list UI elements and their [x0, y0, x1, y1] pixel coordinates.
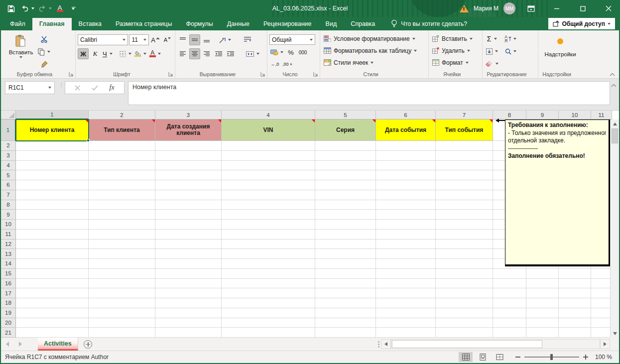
- paste-button[interactable]: Вставить: [8, 32, 34, 59]
- comma-style-button[interactable]: 000: [297, 47, 308, 58]
- cell-r9c5[interactable]: [315, 210, 376, 220]
- cell-r2c3[interactable]: [155, 141, 222, 151]
- cell-r7c2[interactable]: [89, 190, 155, 200]
- cell-r2c6[interactable]: [376, 141, 436, 151]
- number-format-combo[interactable]: Общий: [269, 34, 315, 45]
- cell-r6c4[interactable]: [222, 180, 315, 190]
- cell-r19c7[interactable]: [436, 308, 493, 318]
- cell-r4c4[interactable]: [222, 161, 315, 171]
- cell-r20c6[interactable]: [376, 318, 436, 328]
- tab-7[interactable]: Вид: [319, 18, 344, 30]
- cell-r19c11[interactable]: [591, 308, 612, 318]
- cell-r19c10[interactable]: [559, 308, 591, 318]
- avatar[interactable]: ММ: [503, 2, 515, 14]
- cell-r11c1[interactable]: [16, 230, 89, 240]
- cell-r18c10[interactable]: [559, 298, 591, 308]
- column-header-5[interactable]: 5: [315, 111, 376, 120]
- column-header-3[interactable]: 3: [155, 111, 222, 120]
- row-header-8[interactable]: 8: [1, 200, 16, 210]
- cell-r5c3[interactable]: [155, 170, 222, 180]
- row-header-9[interactable]: 9: [1, 210, 16, 220]
- cell-r6c7[interactable]: [436, 180, 493, 190]
- row-header-11[interactable]: 11: [1, 230, 16, 240]
- cell-r2c1[interactable]: [16, 141, 89, 151]
- underline-button[interactable]: Ч: [102, 48, 114, 59]
- column-header-7[interactable]: 7: [436, 111, 493, 120]
- dialog-launcher-icon[interactable]: [69, 72, 74, 77]
- tab-2[interactable]: Вставка: [72, 18, 109, 30]
- cell-r19c4[interactable]: [222, 308, 315, 318]
- cell-r15c8[interactable]: [493, 269, 526, 279]
- hscroll-left-button[interactable]: [381, 339, 391, 349]
- cell-r16c11[interactable]: [591, 279, 612, 289]
- page-layout-view-button[interactable]: [476, 352, 490, 362]
- column-header-11[interactable]: 11: [591, 111, 612, 120]
- cell-r9c3[interactable]: [155, 210, 222, 220]
- row-header-4[interactable]: 4: [1, 161, 16, 171]
- cell-r16c2[interactable]: [89, 279, 155, 289]
- row-header-16[interactable]: 16: [1, 279, 16, 289]
- cell-r20c9[interactable]: [526, 318, 559, 328]
- vertical-scroll-thumb[interactable]: [612, 128, 618, 143]
- row-header-21[interactable]: 21: [1, 328, 16, 338]
- column-header-2[interactable]: 2: [89, 111, 155, 120]
- cell-r2c7[interactable]: [436, 141, 493, 151]
- decrease-decimal-button[interactable]: ,00: [281, 59, 294, 70]
- cell-r7c5[interactable]: [315, 190, 376, 200]
- clear-button[interactable]: [485, 58, 499, 69]
- align-bottom-button[interactable]: [201, 34, 212, 45]
- vertical-scrollbar[interactable]: [610, 120, 619, 338]
- column-header-4[interactable]: 4: [222, 111, 315, 120]
- cell-r17c8[interactable]: [493, 288, 526, 298]
- cell-r8c3[interactable]: [155, 200, 222, 210]
- cell-r14c7[interactable]: [436, 259, 493, 269]
- cell-r17c5[interactable]: [315, 288, 376, 298]
- column-header-10[interactable]: 10: [559, 111, 591, 120]
- undo-button[interactable]: [19, 2, 31, 14]
- cell-r17c6[interactable]: [376, 288, 436, 298]
- cell-r19c5[interactable]: [315, 308, 376, 318]
- cells-item-2[interactable]: Формат: [431, 57, 480, 68]
- cell-r16c1[interactable]: [16, 279, 89, 289]
- cell-r12c6[interactable]: [376, 240, 436, 249]
- cell-r18c4[interactable]: [222, 298, 315, 308]
- customize-qat-button[interactable]: [68, 2, 80, 14]
- select-all-corner[interactable]: [1, 111, 16, 120]
- cell-r10c5[interactable]: [315, 220, 376, 230]
- cell-r21c9[interactable]: [526, 328, 559, 338]
- cell-r9c1[interactable]: [16, 210, 89, 220]
- cells-item-0[interactable]: Вставить: [431, 33, 480, 44]
- cell-r2c2[interactable]: [89, 141, 155, 151]
- cell-r8c6[interactable]: [376, 200, 436, 210]
- cell-r17c11[interactable]: [591, 288, 612, 298]
- hscroll-right-button[interactable]: [600, 339, 610, 349]
- cell-r10c7[interactable]: [436, 220, 493, 230]
- cell-r14c3[interactable]: [155, 259, 222, 269]
- font-size-combo[interactable]: 11: [129, 34, 149, 45]
- row-header-5[interactable]: 5: [1, 170, 16, 180]
- increase-decimal-button[interactable]: ←,0: [269, 59, 280, 70]
- cell-r3c6[interactable]: [376, 151, 436, 161]
- cell-r5c7[interactable]: [436, 170, 493, 180]
- cell-r21c2[interactable]: [89, 328, 155, 338]
- cell-r15c2[interactable]: [89, 269, 155, 279]
- increase-indent-button[interactable]: [225, 48, 236, 59]
- tab-8[interactable]: Справка: [344, 18, 382, 30]
- row-header-13[interactable]: 13: [1, 249, 16, 259]
- cell-r6c5[interactable]: [315, 180, 376, 190]
- sheet-nav-left-button[interactable]: [1, 338, 14, 351]
- cell-r9c2[interactable]: [89, 210, 155, 220]
- cell-r10c3[interactable]: [155, 220, 222, 230]
- cell-r16c7[interactable]: [436, 279, 493, 289]
- cell-r19c1[interactable]: [16, 308, 89, 318]
- cell-r7c3[interactable]: [155, 190, 222, 200]
- cell-r9c7[interactable]: [436, 210, 493, 220]
- find-select-button[interactable]: [503, 46, 517, 57]
- styles-item-0[interactable]: Условное форматирование: [322, 33, 426, 44]
- cell-r16c6[interactable]: [376, 279, 436, 289]
- cell-r3c3[interactable]: [155, 151, 222, 161]
- cell-r21c1[interactable]: [16, 328, 89, 338]
- cell-r18c6[interactable]: [376, 298, 436, 308]
- cell-r7c7[interactable]: [436, 190, 493, 200]
- row-header-18[interactable]: 18: [1, 298, 16, 308]
